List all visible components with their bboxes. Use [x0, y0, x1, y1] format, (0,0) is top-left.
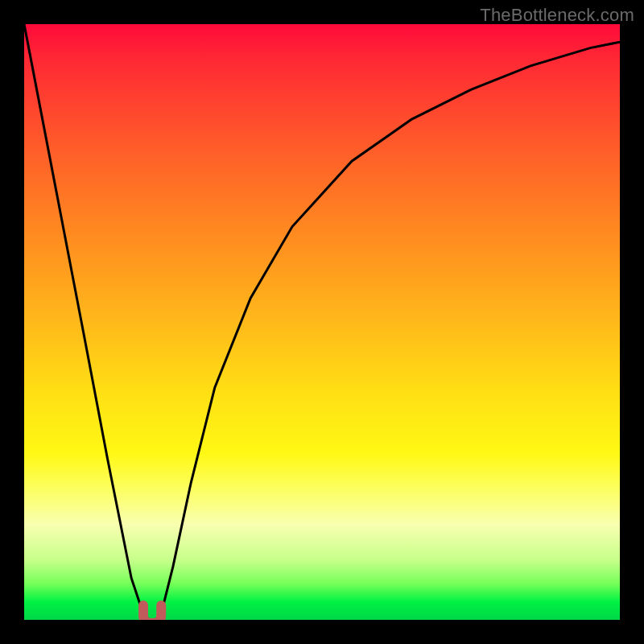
watermark-text: TheBottleneck.com	[480, 5, 634, 26]
optimal-range-marker	[143, 605, 161, 620]
chart-svg	[24, 24, 620, 620]
bottleneck-curve	[24, 24, 620, 620]
plot-area	[24, 24, 620, 620]
